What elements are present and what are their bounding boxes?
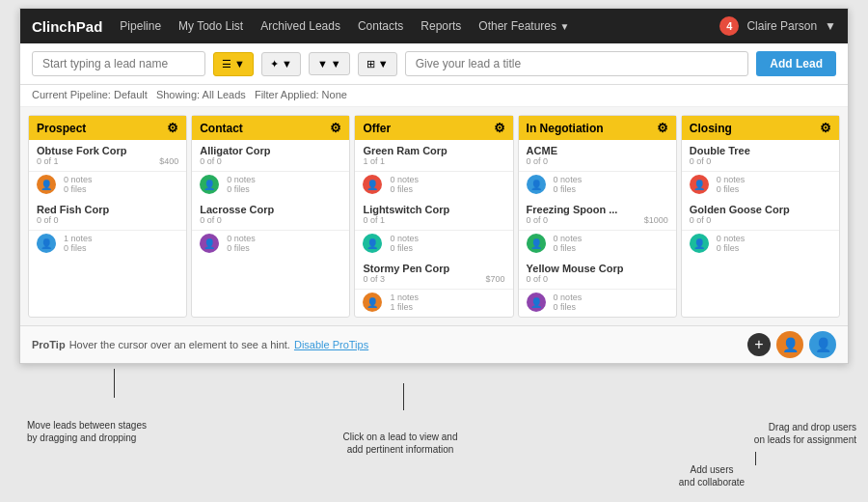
lead-meta: 0 of 3$700 [363,274,504,284]
notes-meta: 0 notes0 files [554,234,583,253]
lead-avatar-row: 👤 0 notes0 files [519,172,676,199]
lead-meta: 0 of 0$1000 [527,215,668,225]
avatar: 👤 [37,234,56,253]
col-title-negotiation: In Negotiation [527,122,604,135]
add-lead-button[interactable]: Add Lead [756,51,836,76]
notes-meta: 0 notes0 files [717,175,746,194]
lead-avatar-row: 👤 1 notes1 files [355,290,512,317]
column-offer: Offer ⚙ Green Ram Corp 1 of 1 👤 0 notes0… [354,115,513,318]
annotation-drag-drop: Move leads between stagesby dragging and… [27,419,181,444]
lead-avatar-row: 👤 1 notes0 files [29,231,186,258]
lead-name: Stormy Pen Corp [363,263,504,274]
notes-meta: 0 notes0 files [554,293,583,312]
avatar: 👤 [200,234,219,253]
column-prospect: Prospect ⚙ Obtuse Fork Corp 0 of 1$400 👤… [28,115,187,318]
search-input[interactable] [32,51,205,76]
avatar: 👤 [363,175,382,194]
gear-icon-contact[interactable]: ⚙ [330,121,341,135]
col-header-negotiation: In Negotiation ⚙ [519,116,676,140]
column-contact: Contact ⚙ Alligator Corp 0 of 0 👤 0 note… [191,115,350,318]
lead-card[interactable]: Stormy Pen Corp 0 of 3$700 [355,258,512,290]
column-closing: Closing ⚙ Double Tree 0 of 0 👤 0 notes0 … [681,115,840,318]
lead-card[interactable]: Green Ram Corp 1 of 1 [355,140,512,172]
lead-meta: 0 of 0 [200,156,341,166]
lead-name: Double Tree [690,145,831,156]
user-name[interactable]: Claire Parson [746,19,817,33]
lead-card[interactable]: Red Fish Corp 0 of 0 [29,199,186,231]
avatar: 👤 [527,234,546,253]
showing-label: Showing: All Leads [156,89,246,100]
col-header-closing: Closing ⚙ [682,116,839,140]
gear-icon-prospect[interactable]: ⚙ [167,121,178,135]
filter-btn[interactable]: ▼ ▼ [309,52,350,75]
nav-reports[interactable]: Reports [419,15,463,37]
lead-card[interactable]: ACME 0 of 0 [519,140,676,172]
col-header-offer: Offer ⚙ [355,116,512,140]
lead-name: Golden Goose Corp [690,204,831,215]
avatar: 👤 [690,175,709,194]
disable-protips-link[interactable]: Disable ProTips [294,339,368,350]
lead-card[interactable]: Golden Goose Corp 0 of 0 [682,199,839,231]
col-title-offer: Offer [363,122,391,135]
lead-card[interactable]: Double Tree 0 of 0 [682,140,839,172]
lead-meta: 1 of 1 [363,156,504,166]
lead-avatar-row: 👤 0 notes0 files [519,290,676,317]
lead-name: Lacrosse Corp [200,204,341,215]
add-user-button[interactable]: + [747,333,771,356]
lead-meta: 0 of 0 [527,274,668,284]
avatar-user1[interactable]: 👤 [776,331,803,358]
notification-badge[interactable]: 4 [719,16,739,36]
columns-btn[interactable]: ⊞ ▼ [358,52,397,76]
annotation-drag-users: Drag and drop userson leads for assignme… [717,421,856,446]
nav-contacts[interactable]: Contacts [356,15,405,37]
bottom-bar: ProTip Hover the cursor over an element … [20,325,848,363]
col-title-contact: Contact [200,122,243,135]
navbar-right: 4 Claire Parson ▼ [719,16,836,36]
lead-avatar-row: 👤 0 notes0 files [192,231,349,258]
avatar-user2[interactable]: 👤 [809,331,836,358]
filter-label: Filter Applied: None [255,89,347,100]
notes-meta: 0 notes0 files [554,175,583,194]
annotation-text: Move leads between stagesby dragging and… [27,420,147,443]
notes-meta: 0 notes0 files [227,234,256,253]
lead-card[interactable]: Freezing Spoon ... 0 of 0$1000 [519,199,676,231]
annotation-text: Click on a lead to view andadd pertinent… [343,432,458,455]
sort-btn[interactable]: ✦ ▼ [261,52,301,76]
nav-mytodolist[interactable]: My Todo List [176,15,245,37]
avatar: 👤 [37,175,56,194]
notes-meta: 0 notes0 files [64,175,93,194]
gear-icon-negotiation[interactable]: ⚙ [657,121,668,135]
col-title-closing: Closing [690,122,732,135]
avatar: 👤 [363,293,382,312]
lead-title-input[interactable] [405,51,749,76]
lead-card[interactable]: Lacrosse Corp 0 of 0 [192,199,349,231]
dropdown-arrow: ▼ [559,21,569,32]
lead-card[interactable]: Obtuse Fork Corp 0 of 1$400 [29,140,186,172]
brand-logo: ClinchPad [32,18,102,35]
lead-card[interactable]: Yellow Mouse Corp 0 of 0 [519,258,676,290]
toolbar: ☰ ▼ ✦ ▼ ▼ ▼ ⊞ ▼ Add Lead [20,43,848,85]
lead-name: Freezing Spoon ... [527,204,668,215]
lead-meta: 0 of 0 [200,215,341,225]
nav-pipeline[interactable]: Pipeline [118,15,163,37]
lead-name: ACME [527,145,668,156]
col-header-contact: Contact ⚙ [192,116,349,140]
notes-meta: 0 notes0 files [390,175,419,194]
avatar: 👤 [690,234,709,253]
nav-archived-leads[interactable]: Archived Leads [258,15,342,37]
annotation-click-lead: Click on a lead to view andadd pertinent… [318,431,482,456]
user-dropdown-arrow[interactable]: ▼ [825,19,836,33]
avatar: 👤 [200,175,219,194]
lead-avatar-row: 👤 0 notes0 files [192,172,349,199]
gear-icon-closing[interactable]: ⚙ [820,121,831,135]
notes-meta: 0 notes0 files [227,175,256,194]
lead-card[interactable]: Lightswitch Corp 0 of 1 [355,199,512,231]
lead-card[interactable]: Alligator Corp 0 of 0 [192,140,349,172]
gear-icon-offer[interactable]: ⚙ [494,121,505,135]
lead-avatar-row: 👤 0 notes0 files [29,172,186,199]
nav-other-features[interactable]: Other Features ▼ [476,15,571,37]
lead-name: Lightswitch Corp [363,204,504,215]
view-toggle-btn[interactable]: ☰ ▼ [213,52,254,76]
lead-meta: 0 of 1 [363,215,504,225]
lead-name: Alligator Corp [200,145,341,156]
